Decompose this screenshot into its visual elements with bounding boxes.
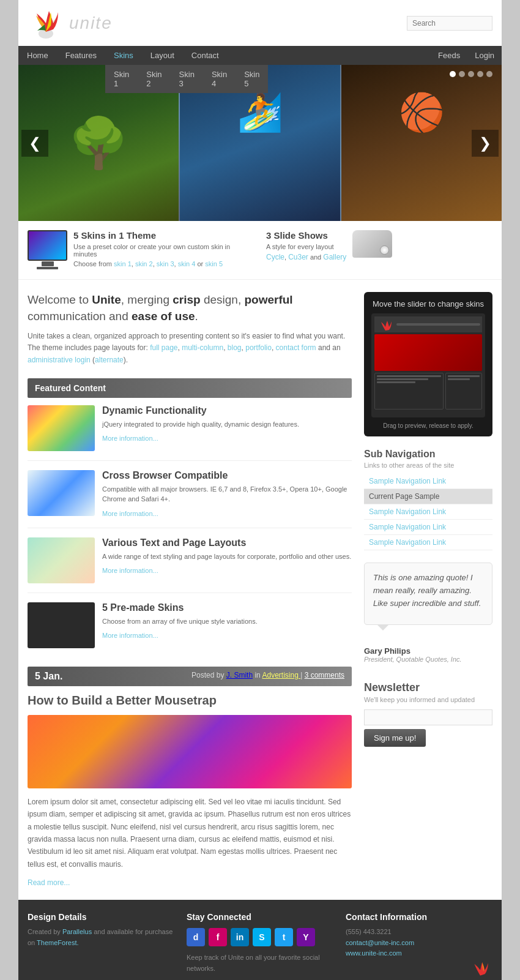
contactform-link[interactable]: contact form [276, 343, 316, 352]
skin2-link[interactable]: skin 2 [135, 260, 153, 267]
newsletter-submit-button[interactable]: Sign me up! [364, 729, 426, 747]
slider-dot-3[interactable] [468, 71, 474, 77]
sub-nav-title: Sub Navigation [364, 449, 492, 460]
site-header: unite [18, 0, 502, 46]
login-link[interactable]: Login [467, 46, 502, 65]
current-page-label: Current Page Sample [364, 489, 492, 504]
skin3-link[interactable]: skin 3 [157, 260, 174, 267]
sub-nav-link-3[interactable]: Sample Navigation Link [364, 504, 492, 519]
sidebar: Move the slider to change skins [364, 292, 492, 888]
footer-email-link[interactable]: contact@unite-inc.com [346, 939, 414, 946]
nav-item-features[interactable]: Features [57, 46, 105, 65]
sub-nav-link-1[interactable]: Sample Navigation Link [364, 474, 492, 488]
read-more-link[interactable]: Read more... [28, 878, 70, 887]
featured-title-3: Various Text and Page Layouts [102, 537, 351, 548]
site-footer: Design Details Created by Parallelus and… [18, 900, 502, 980]
sub-nav-link-4[interactable]: Sample Navigation Link [364, 520, 492, 534]
featured-desc-1: jQuery integrated to provide high qualit… [102, 419, 299, 430]
skin-preview-footer: Drag to preview, release to apply. [371, 422, 485, 429]
skin4-link[interactable]: skin 4 [178, 260, 196, 267]
footer-social-col: Stay Connected d f in S t Y Keep track o… [187, 912, 333, 980]
alternate-link[interactable]: alternate [95, 356, 124, 364]
multicolumn-link[interactable]: multi-column [182, 343, 223, 352]
nav-item-contact[interactable]: Contact [183, 46, 228, 65]
quote-widget: This is one amazing quote! I mean really… [364, 563, 492, 663]
feature-slideshows-text: 3 Slide Shows A style for every layout C… [266, 230, 346, 264]
skin-1-option[interactable]: Skin 1 [105, 65, 138, 93]
blog-author-link[interactable]: J. Smith [226, 671, 253, 679]
sub-nav-link-5[interactable]: Sample Navigation Link [364, 535, 492, 550]
blog-category-link[interactable]: Advertising [262, 671, 300, 679]
footer-contact-title: Contact Information [346, 912, 492, 922]
adminlogin-link[interactable]: administrative login [28, 356, 91, 364]
blog-content: Lorem ipsum dolor sit amet, consectetur … [28, 796, 352, 870]
monitor-stand [42, 261, 54, 266]
featured-thumb-3 [28, 537, 95, 583]
slider-prev-button[interactable]: ❮ [21, 130, 48, 157]
feeds-link[interactable]: Feeds [431, 46, 467, 65]
sub-nav-item-4[interactable]: Sample Navigation Link [364, 520, 492, 535]
feature-skins-title: 5 Skins in 1 Theme [73, 230, 254, 241]
fullpage-link[interactable]: full page [150, 343, 177, 352]
sub-nav-item-2-current: Current Page Sample [364, 489, 492, 504]
linkedin-icon[interactable]: in [231, 928, 249, 946]
main-navigation: Home Features Skins Skin 1 Skin 2 Skin 3… [18, 46, 502, 65]
skin-2-option[interactable]: Skin 2 [138, 65, 170, 93]
featured-thumb-4 [28, 602, 95, 648]
footer-website-link[interactable]: www.unite-inc.com [346, 949, 402, 957]
feature-slideshows-links: Cycle, Cu3er and Gallery [266, 253, 346, 261]
projector-icon [352, 230, 392, 258]
sub-nav-list: Sample Navigation Link Current Page Samp… [364, 474, 492, 550]
slider-dot-4[interactable] [477, 71, 483, 77]
skin-3-option[interactable]: Skin 3 [171, 65, 203, 93]
featured-item-1: Dynamic Functionality jQuery integrated … [28, 405, 352, 461]
nav-item-home[interactable]: Home [18, 46, 57, 65]
featured-more-1[interactable]: More information... [102, 435, 158, 442]
slider-dot-1[interactable] [450, 71, 456, 77]
flickr-icon[interactable]: f [209, 928, 227, 946]
footer-social-desc: Keep track of Unite on all your favorite… [187, 952, 333, 974]
featured-more-4[interactable]: More information... [102, 632, 158, 639]
preview-hero [374, 334, 482, 371]
sub-nav-item-1[interactable]: Sample Navigation Link [364, 474, 492, 489]
featured-item-2: Cross Browser Compatible Compatible with… [28, 470, 352, 528]
slider-next-button[interactable]: ❯ [472, 130, 499, 157]
nav-item-layout[interactable]: Layout [142, 46, 183, 65]
skin5-link[interactable]: skin 5 [205, 260, 223, 267]
featured-more-2[interactable]: More information... [102, 510, 158, 517]
projector-icon-area [352, 230, 392, 258]
skin-5-option[interactable]: Skin 5 [236, 65, 268, 93]
yahoo-icon[interactable]: Y [297, 928, 315, 946]
skin-preview-title: Move the slider to change skins [371, 299, 485, 309]
search-area [407, 16, 492, 31]
slider-dot-5[interactable] [486, 71, 492, 77]
blog-post: 5 Jan. Posted by J. Smith in Advertising… [28, 667, 352, 888]
social-icons: d f in S t Y [187, 928, 333, 946]
blog-comments-link[interactable]: 3 comments [305, 671, 344, 679]
themeforest-link[interactable]: ThemeForest. [37, 939, 78, 946]
footer-contact-col: Contact Information (555) 443.3221 conta… [346, 912, 492, 980]
featured-more-3[interactable]: More information... [102, 567, 158, 574]
slider-dot-2[interactable] [459, 71, 465, 77]
footer-author-link[interactable]: Parallelus [62, 928, 92, 935]
skin-preview-screen [371, 313, 485, 417]
twitter-icon[interactable]: t [275, 928, 293, 946]
portfolio-link[interactable]: portfolio [245, 343, 272, 352]
featured-item-3: Various Text and Page Layouts A wide ran… [28, 537, 352, 593]
skin-4-option[interactable]: Skin 4 [203, 65, 236, 93]
content-area: Welcome to Unite, merging crisp design, … [18, 280, 502, 900]
search-input[interactable] [407, 16, 492, 31]
skin1-link[interactable]: skin 1 [114, 260, 132, 267]
slider-dots [450, 71, 492, 77]
newsletter-email-input[interactable] [364, 709, 492, 725]
delicious-icon[interactable]: d [187, 928, 205, 946]
sub-nav-item-5[interactable]: Sample Navigation Link [364, 535, 492, 550]
cu3er-link[interactable]: Cu3er [288, 253, 308, 261]
blog-link[interactable]: blog [228, 343, 242, 352]
sub-nav-item-3[interactable]: Sample Navigation Link [364, 504, 492, 520]
skype-icon[interactable]: S [253, 928, 271, 946]
cycle-link[interactable]: Cycle [266, 253, 284, 261]
gallery-link[interactable]: Gallery [323, 253, 346, 261]
footer-phone: (555) 443.3221 [346, 927, 492, 938]
nav-item-skins[interactable]: Skins Skin 1 Skin 2 Skin 3 Skin 4 Skin 5 [105, 46, 142, 65]
